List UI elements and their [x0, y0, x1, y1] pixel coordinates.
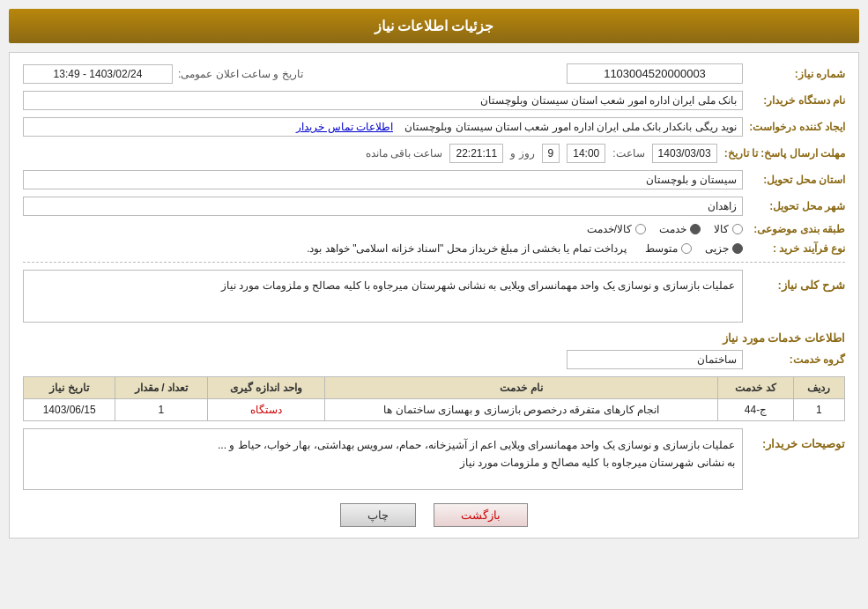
process-type-row: نوع فرآیند خرید : جزیی متوسط پرداخت تمام… [23, 242, 845, 255]
remaining-label: ساعت باقی مانده [366, 147, 443, 160]
date-label: تاریخ و ساعت اعلان عمومی: [178, 68, 303, 80]
table-header-row: ردیف کد خدمت نام خدمت واحد اندازه گیری ت… [24, 377, 845, 399]
days-label: روز و [510, 147, 534, 160]
creator-row: ایجاد کننده درخواست: نوید ریگی بانکدار ب… [23, 117, 845, 137]
group-service-label: گروه خدمت: [748, 353, 845, 366]
radio-jozi-circle [732, 243, 743, 254]
radio-khedmat: خدمت [659, 223, 701, 235]
description-label: شرح کلی نیاز: [748, 279, 845, 292]
description-value: عملیات بازسازی و نوسازی یک واحد مهمانسرا… [23, 270, 743, 323]
deadline-time: 14:00 [567, 144, 605, 163]
radio-motevaset-label: متوسط [645, 242, 678, 255]
process-note: پرداخت تمام یا بخشی از مبلغ خریداز محل "… [307, 242, 627, 255]
category-row: طبقه بندی موضوعی: کالا خدمت کالا/خدمت [23, 223, 845, 235]
col-row-num: ردیف [793, 377, 844, 399]
group-service-row: گروه خدمت: ساختمان [23, 350, 845, 369]
radio-jozi-label: جزیی [705, 242, 729, 255]
deadline-label: مهلت ارسال پاسخ: تا تاریخ: [724, 147, 845, 160]
id-label: شماره نیاز: [748, 68, 845, 80]
time-label: ساعت: [612, 147, 644, 160]
print-button[interactable]: چاپ [340, 503, 416, 527]
radio-kala-circle [732, 224, 743, 234]
radio-jozi: جزیی [705, 242, 743, 255]
deadline-date: 1403/03/03 [652, 144, 717, 163]
deadline-row: مهلت ارسال پاسخ: تا تاریخ: 1403/03/03 سا… [23, 144, 845, 163]
col-quantity: تعداد / مقدار [115, 377, 207, 399]
divider1 [23, 262, 845, 263]
buyer-label: نام دستگاه خریدار: [748, 94, 845, 107]
radio-motevaset: متوسط [645, 242, 692, 255]
col-date: تاریخ نیاز [24, 377, 115, 399]
radio-khedmat-circle [690, 224, 701, 234]
cell-service-name: انجام کارهای متفرقه درخصوص بازسازی و بهس… [325, 399, 718, 421]
city-row: شهر محل تحویل: زاهدان [23, 197, 845, 216]
province-row: استان محل تحویل: سیستان و بلوچستان [23, 170, 845, 189]
id-value: 1103004520000003 [567, 63, 743, 84]
services-section-title: اطلاعات خدمات مورد نیاز [23, 331, 845, 345]
date-value: 1403/02/24 - 13:49 [23, 64, 173, 84]
deadline-days: 9 [542, 144, 560, 163]
buyer-desc-value: عملیات بازسازی و نوسازی یک واحد مهمانسرا… [23, 428, 743, 490]
id-section: شماره نیاز: 1103004520000003 [567, 63, 845, 84]
date-section: تاریخ و ساعت اعلان عمومی: 1403/02/24 - 1… [23, 64, 303, 84]
table-row: 1 ج-44 انجام کارهای متفرقه درخصوص بازساز… [24, 399, 845, 421]
id-date-row: شماره نیاز: 1103004520000003 تاریخ و ساع… [23, 63, 845, 84]
category-label: طبقه بندی موضوعی: [748, 223, 845, 235]
remaining-time: 22:21:11 [449, 144, 503, 163]
group-service-value: ساختمان [567, 350, 743, 369]
creator-label: ایجاد کننده درخواست: [748, 121, 845, 133]
contact-link[interactable]: اطلاعات تماس خریدار [296, 121, 393, 133]
radio-khedmat-label: خدمت [659, 223, 686, 235]
col-unit: واحد اندازه گیری [207, 377, 325, 399]
page-header: جزئیات اطلاعات نیاز [9, 9, 859, 43]
button-row: بازگشت چاپ [23, 503, 845, 527]
province-value: سیستان و بلوچستان [23, 170, 743, 189]
cell-quantity: 1 [115, 399, 207, 421]
city-value: زاهدان [23, 197, 743, 216]
col-service-code: کد خدمت [718, 377, 794, 399]
back-button[interactable]: بازگشت [434, 503, 528, 527]
description-row: شرح کلی نیاز: عملیات بازسازی و نوسازی یک… [23, 270, 845, 323]
radio-kala: کالا [714, 223, 743, 235]
buyer-row: نام دستگاه خریدار: بانک ملی ایران اداره … [23, 91, 845, 110]
process-type-label: نوع فرآیند خرید : [748, 242, 845, 255]
cell-row-num: 1 [793, 399, 844, 421]
radio-kala-label: کالا [714, 223, 729, 235]
category-radio-group: کالا خدمت کالا/خدمت [587, 223, 743, 235]
col-service-name: نام خدمت [325, 377, 718, 399]
page-title: جزئیات اطلاعات نیاز [375, 19, 494, 33]
city-label: شهر محل تحویل: [748, 200, 845, 212]
province-label: استان محل تحویل: [748, 174, 845, 186]
cell-unit: دستگاه [207, 399, 325, 421]
buyer-value: بانک ملی ایران اداره امور شعب استان سیست… [23, 91, 743, 110]
radio-kala-khedmat-label: کالا/خدمت [587, 223, 632, 235]
radio-kala-khedmat-circle [635, 224, 646, 234]
process-type-radio-group: جزیی متوسط [645, 242, 743, 255]
services-table: ردیف کد خدمت نام خدمت واحد اندازه گیری ت… [23, 376, 845, 421]
buyer-desc-row: توصیحات خریدار: عملیات بازسازی و نوسازی … [23, 428, 845, 490]
radio-kala-khedmat: کالا/خدمت [587, 223, 646, 235]
radio-motevaset-circle [681, 243, 692, 254]
cell-service-code: ج-44 [718, 399, 794, 421]
main-card: شماره نیاز: 1103004520000003 تاریخ و ساع… [9, 52, 859, 538]
creator-value: نوید ریگی بانکدار بانک ملی ایران اداره ا… [23, 117, 743, 137]
cell-date: 1403/06/15 [24, 399, 115, 421]
buyer-desc-label: توصیحات خریدار: [748, 437, 845, 450]
